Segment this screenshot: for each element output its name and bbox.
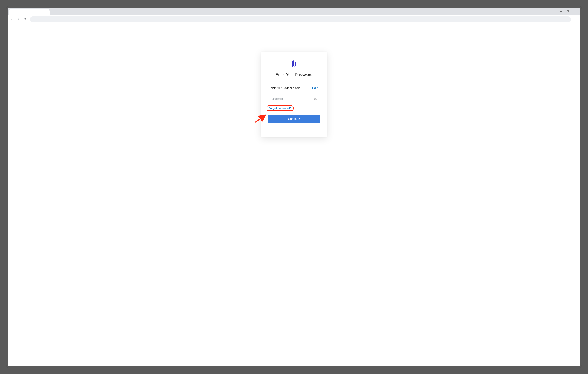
new-tab-button[interactable]: + [51,10,56,15]
maximize-button[interactable] [566,10,569,13]
email-value: nihih20912@tohup.com [271,86,312,89]
close-icon [574,10,576,13]
brand-logo-icon [291,59,297,67]
browser-toolbar: ⋮ [8,15,580,23]
reload-icon [23,18,26,21]
password-card: Enter Your Password nihih20912@tohup.com… [261,52,327,137]
nav-forward-button[interactable] [16,17,21,22]
continue-button[interactable]: Continue [268,115,320,123]
logo-wrap [268,59,320,68]
svg-point-6 [315,98,316,99]
browser-tab[interactable] [9,9,50,15]
toggle-password-visibility[interactable] [314,97,317,101]
password-field[interactable] [268,95,320,103]
browser-window: + [8,8,580,366]
forgot-password-link[interactable]: Forgot password? [267,105,294,111]
forgot-password-wrap: Forgot password? [268,105,320,111]
arrow-right-icon [17,18,20,21]
edit-email-link[interactable]: Edit [312,86,317,89]
svg-rect-1 [567,11,569,12]
minimize-icon [560,10,562,13]
nav-back-button[interactable] [10,17,14,22]
device-frame: + [6,6,582,368]
email-display-field: nihih20912@tohup.com Edit [268,84,320,92]
window-controls [559,8,579,15]
arrow-left-icon [10,18,13,21]
close-window-button[interactable] [574,10,577,13]
maximize-icon [567,10,569,12]
minimize-button[interactable] [559,10,562,13]
page-content: Enter Your Password nihih20912@tohup.com… [8,23,580,366]
password-input[interactable] [271,97,314,100]
eye-icon [314,97,317,101]
reload-button[interactable] [22,17,27,22]
tabstrip: + [8,8,580,15]
address-bar[interactable] [30,16,571,22]
browser-menu-button[interactable]: ⋮ [574,17,578,22]
card-heading: Enter Your Password [268,72,320,77]
